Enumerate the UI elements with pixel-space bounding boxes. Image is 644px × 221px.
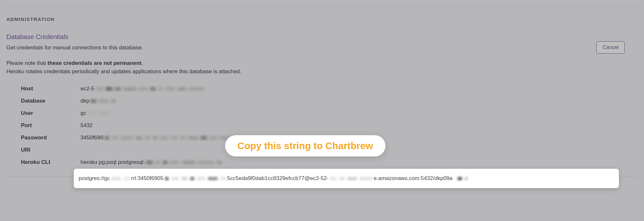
section-header: ADMINISTRATION [6, 16, 638, 22]
port-value[interactable]: 5432 [80, 122, 93, 129]
database-label: Database [21, 98, 80, 104]
table-row: User gc [21, 109, 638, 117]
note-line-2: Heroku rotates credentials periodically … [6, 68, 596, 75]
subsection-title: Database Credentials [6, 33, 596, 41]
cancel-button[interactable]: Cancel [596, 41, 625, 54]
note-line-1: Please note that these credentials are n… [6, 60, 596, 66]
heroku-cli-value[interactable]: heroku pg:psql postgresql- [80, 159, 223, 166]
password-label: Password [21, 135, 80, 141]
table-row: Heroku CLI heroku pg:psql postgresql- [21, 158, 638, 166]
password-value[interactable]: 3450f690 [80, 135, 237, 141]
uri-value: postgres://gcrrl:3450f69055cc5eda9f0dab1… [79, 175, 469, 182]
user-value[interactable]: gc [80, 110, 112, 116]
table-row: Host ec2-5 [21, 85, 638, 93]
host-label: Host [21, 85, 80, 92]
top-divider [6, 6, 638, 7]
uri-label: URI [21, 147, 80, 153]
table-row: Database dkp [21, 97, 638, 105]
user-label: User [21, 110, 80, 116]
uri-value-highlight[interactable]: postgres://gcrrl:3450f69055cc5eda9f0dab1… [74, 169, 619, 188]
instruction-tooltip: Copy this string to Chartbrew [225, 135, 385, 156]
table-row: Port 5432 [21, 121, 638, 130]
description-text: Get credentials for manual connections t… [6, 45, 596, 51]
heroku-cli-label: Heroku CLI [21, 159, 80, 166]
database-value[interactable]: dkp [80, 98, 117, 104]
host-value[interactable]: ec2-5 [80, 85, 206, 92]
port-label: Port [21, 122, 80, 129]
